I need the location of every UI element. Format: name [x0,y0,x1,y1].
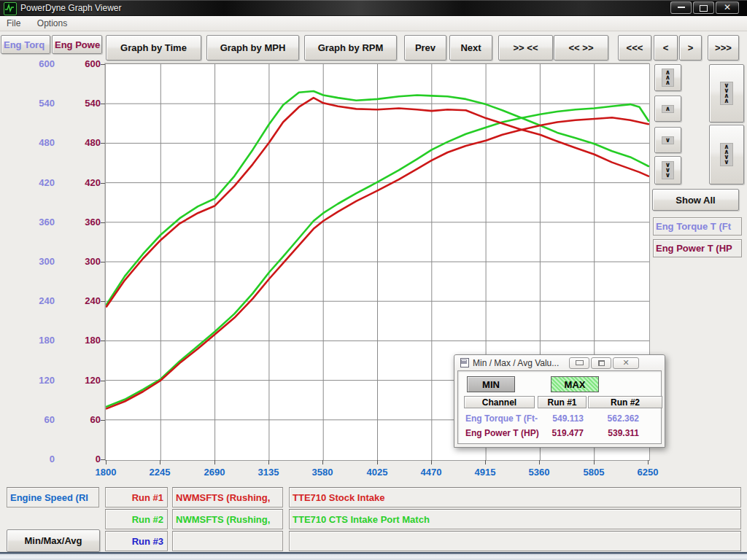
run2-description-field[interactable]: TTE710 CTS Intake Port Match [289,509,741,529]
y-zoom-out-button[interactable]: ∧∧∨∨ [709,125,744,184]
run1-label: Run #1 [105,487,168,508]
chevrons-inward-icon: ∨∨∧∧ [720,82,732,105]
scroll-right-fast-button[interactable]: >>> [708,35,739,61]
min-button[interactable]: MIN [467,376,515,392]
scroll-left-button[interactable]: < [654,35,678,61]
rpm-axis-tick-label: 3135 [247,467,290,478]
y-axis-tick-mark [101,420,105,421]
chevron-up-icon: ∧ [662,105,674,113]
y-zoom-in-button[interactable]: ∨∨∧∧ [709,64,744,122]
torque-axis-tick-label: 60 [21,414,55,425]
rpm-axis-tick-label: 6250 [626,467,670,478]
minmax-maximize-button[interactable] [591,357,611,369]
x-axis-tick-mark [539,460,540,464]
close-icon: ✕ [724,2,731,12]
y-axis-tick-mark [101,222,105,223]
rpm-axis-tick-label: 4470 [409,467,453,478]
power-channel-label[interactable]: Eng Power T (HP [653,239,742,257]
minimize-icon [576,360,584,365]
graph-by-time-button[interactable]: Graph by Time [106,35,201,61]
torque-axis-tick-label: 360 [21,217,55,228]
y-axis-tick-mark [101,183,105,184]
y-axis-tick-mark [101,262,105,262]
y-axis-tick-mark [101,381,105,381]
torque-axis-tick-label: 540 [21,98,55,109]
torque-axis-tick-label: 180 [21,335,55,346]
y-axis-tick-mark [101,104,105,104]
power-channel-button[interactable]: Eng Powe [52,35,102,54]
zoom-out-x-button[interactable]: << >> [554,35,608,61]
scroll-right-button[interactable]: > [679,35,702,61]
minmaxavg-button[interactable]: Min/Max/Avg [7,529,100,552]
triple-chevron-up-icon: ∧∧∧ [662,69,674,87]
show-all-button[interactable]: Show All [652,189,739,211]
graph-by-rpm-button[interactable]: Graph by RPM [304,35,397,61]
run3-label: Run #3 [105,531,168,551]
torque-axis-tick-label: 0 [21,454,55,464]
x-axis-tick-mark [322,460,323,464]
x-axis-tick-mark [377,460,378,464]
run3-description-field[interactable] [289,531,741,551]
next-button[interactable]: Next [449,35,492,61]
x-axis-channel-field[interactable]: Engine Speed (RI [7,487,99,508]
run3-operator-field[interactable] [172,531,283,551]
rpm-axis-tick-label: 4915 [463,467,507,478]
torque-channel-button[interactable]: Eng Torq [1,35,50,54]
rpm-axis-tick-label: 5360 [517,467,561,478]
run2-label: Run #2 [105,509,168,529]
x-axis-tick-mark [648,460,649,464]
run2-column-header[interactable]: Run #2 [588,396,662,408]
minmax-row-run1-value: 549.113 [538,413,584,424]
minimize-button[interactable] [670,1,692,14]
x-axis-tick-mark [485,460,486,464]
maximize-icon [598,360,605,366]
minmax-title-bar[interactable]: Min / Max / Avg Valu... ✕ [454,355,665,370]
menu-options[interactable]: Options [31,16,74,31]
title-bar[interactable]: PowerDyne Graph Viewer ✕ [0,0,747,16]
y-axis-tick-mark [101,341,105,341]
minmax-close-button[interactable]: ✕ [613,357,639,369]
minmax-window-title: Min / Max / Avg Valu... [473,358,566,368]
rpm-axis-tick-label: 3580 [301,467,344,478]
torque-channel-label[interactable]: Eng Torque T (Ft [653,217,742,236]
run2-operator-field[interactable]: NWMSFTS (Rushing, [172,509,283,529]
rpm-axis-tick-label: 2690 [193,467,236,478]
power-axis-tick-label: 300 [67,256,101,267]
minmax-body: MIN MAX Channel Run #1 Run #2 Eng Torque… [457,370,662,444]
torque-axis-tick-label: 120 [21,375,55,386]
x-axis-tick-mark [594,460,595,464]
scroll-left-fast-button[interactable]: <<< [618,35,651,61]
x-axis-tick-mark [214,460,215,464]
graph-by-mph-button[interactable]: Graph by MPH [206,35,299,61]
power-axis-tick-label: 360 [67,217,101,228]
minmax-window[interactable]: Min / Max / Avg Valu... ✕ MIN MAX Channe… [454,354,665,448]
max-button[interactable]: MAX [551,376,599,392]
rpm-axis-tick-label: 4025 [355,467,399,478]
y-scroll-up-fast-button[interactable]: ∧∧∧ [654,64,681,91]
zoom-in-x-button[interactable]: >> << [498,35,553,61]
y-axis-tick-mark [101,64,105,65]
prev-button[interactable]: Prev [404,35,446,61]
y-axis-tick-mark [101,459,105,460]
minmax-minimize-button[interactable] [569,357,589,369]
close-button[interactable]: ✕ [716,1,739,14]
app-icon [4,2,17,15]
run1-column-header[interactable]: Run #1 [538,396,587,408]
chevrons-outward-icon: ∧∧∨∨ [720,143,732,166]
triple-chevron-down-icon: ∨∨∨ [662,161,674,179]
x-axis-tick-mark [268,460,269,464]
maximize-button[interactable] [693,1,714,14]
minmax-row-run2-value: 539.311 [588,428,639,438]
power-axis-tick-label: 600 [67,58,101,69]
channel-column-header[interactable]: Channel [464,396,535,408]
y-scroll-down-button[interactable]: ∨ [654,127,681,153]
maximize-icon [700,5,708,12]
power-axis-tick-label: 480 [67,137,101,148]
run1-operator-field[interactable]: NWMSFTS (Rushing, [172,487,283,508]
power-axis-tick-label: 60 [67,414,101,425]
torque-axis-tick-label: 480 [21,137,55,148]
run1-description-field[interactable]: TTE710 Stock Intake [289,487,741,508]
menu-file[interactable]: File [0,16,27,31]
y-scroll-down-fast-button[interactable]: ∨∨∨ [654,156,681,184]
y-scroll-up-button[interactable]: ∧ [654,96,681,122]
